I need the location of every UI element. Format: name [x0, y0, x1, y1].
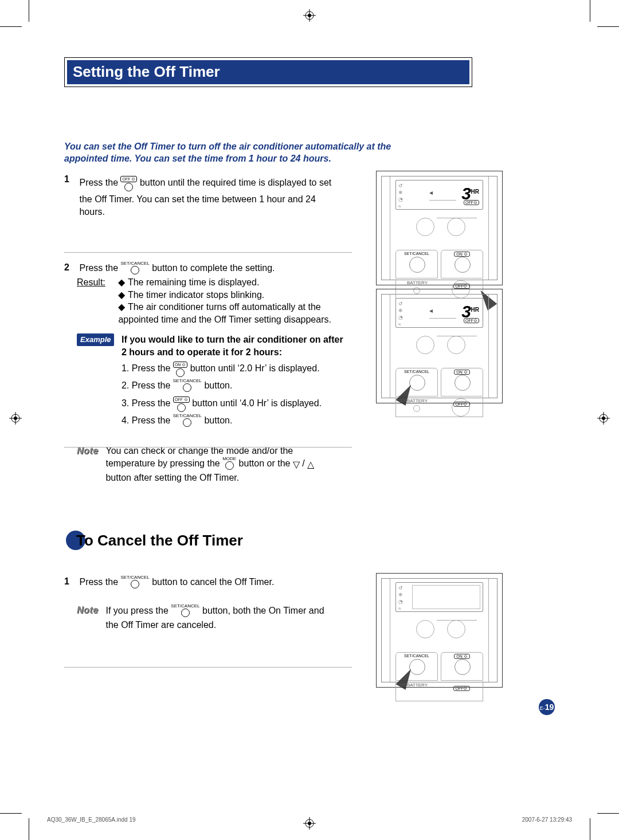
cancel-step: 1 Press the SET/CANCEL button to cancel … [64, 575, 351, 631]
up-triangle-icon: △ [307, 458, 314, 471]
step-number: 1 [64, 575, 77, 588]
page-number: E-19 [539, 699, 555, 715]
svg-point-3 [308, 14, 311, 17]
intro-text: You can set the Off Timer to turn off th… [64, 141, 394, 165]
cancel-section-title: To Cancel the Off Timer [66, 531, 243, 550]
svg-point-7 [14, 417, 17, 420]
off-timer-button-icon: OFF ⏲ [173, 394, 190, 414]
example-badge: Example [77, 333, 114, 346]
section-title: Setting the Off Timer [67, 60, 469, 84]
step-2: 2 Press the SET/CANCEL button to complet… [64, 261, 351, 484]
footer-filename: AQ30_36W_IB_E_28065A.indd 19 [47, 817, 136, 823]
svg-point-11 [602, 417, 605, 420]
section-title-box: Setting the Off Timer [64, 57, 472, 87]
set-cancel-button-icon: SET/CANCEL [120, 575, 149, 590]
mode-button-icon: MODE [222, 457, 236, 472]
svg-point-15 [308, 822, 311, 825]
down-triangle-icon: ▽ [293, 458, 300, 471]
step-2-text-pre: Press the [79, 263, 120, 273]
result-label: Result: [77, 276, 110, 289]
remote-illustration-2: ↺ ❄ ◔ ≈ ◂ 3 HR OFF⏲ SET/CANCEL ON ⏲ [376, 289, 503, 403]
set-cancel-button-icon: SET/CANCEL [173, 414, 202, 429]
divider [64, 447, 352, 448]
registration-mark-icon [303, 9, 316, 22]
footer-timestamp: 2007-6-27 13:29:43 [522, 817, 572, 823]
step-1: 1 Press the OFF ⏲ button until the requi… [64, 173, 351, 218]
divider [64, 252, 352, 253]
step-1-text-pre: Press the [79, 178, 120, 187]
set-cancel-button-icon: SET/CANCEL [171, 604, 199, 619]
step-number: 2 [64, 261, 77, 274]
registration-mark-icon [597, 412, 610, 425]
result-bullets: ◆ The remaining time is displayed. ◆ The… [118, 276, 342, 325]
step-2-text-post: button to complete the setting. [152, 263, 275, 273]
step-number: 1 [64, 173, 77, 186]
divider [64, 667, 352, 668]
set-cancel-button-icon: SET/CANCEL [173, 379, 202, 394]
registration-mark-icon [303, 817, 316, 830]
off-timer-button-icon: OFF ⏲ [120, 173, 137, 193]
note-label: Note [77, 445, 102, 457]
example-heading: If you would like to turn the air condit… [122, 335, 343, 357]
note-label: Note [77, 604, 102, 617]
on-timer-button-icon: ON ⏲ [173, 359, 187, 379]
registration-mark-icon [9, 412, 22, 425]
remote-illustration-1: ↺ ❄ ◔ ≈ ◂ 3 HR OFF⏲ SET/CANCEL ON ⏲ [376, 171, 503, 285]
remote-illustration-3: ↺ ❄ ◔ ≈ SET/CANCEL ON ⏲ BATTERY OFF⏲ [376, 573, 503, 688]
set-cancel-button-icon: SET/CANCEL [120, 261, 149, 276]
